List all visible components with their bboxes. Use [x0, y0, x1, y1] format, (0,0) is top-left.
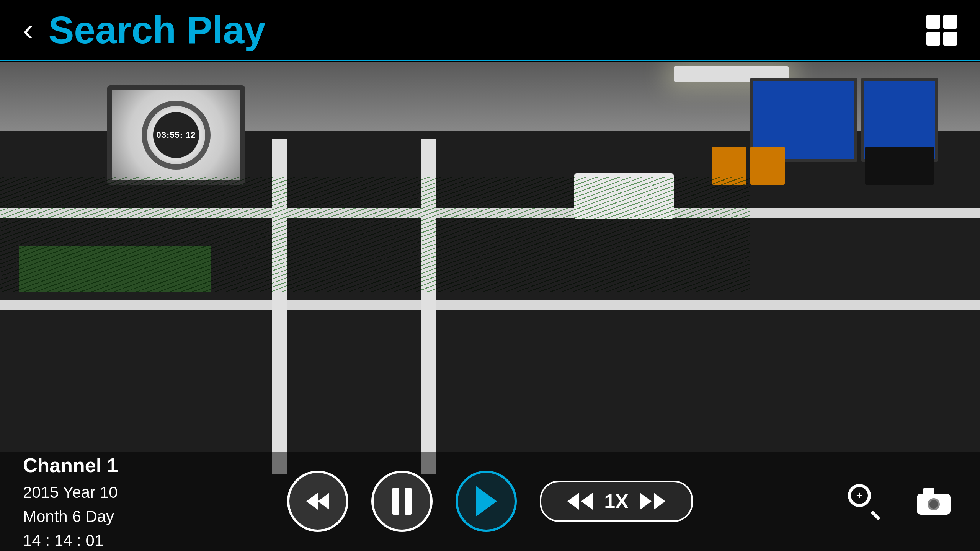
speed-control[interactable]: 1X [540, 481, 693, 522]
fast-rewind-icon [567, 493, 593, 510]
pause-button[interactable] [371, 471, 433, 532]
clock-circle: 03:55: 12 [142, 101, 211, 170]
pause-icon [392, 488, 412, 515]
speed-tri-3 [640, 493, 652, 510]
zoom-handle [871, 510, 880, 520]
channel-name: Channel 1 [23, 450, 145, 480]
speed-label: 1X [604, 490, 629, 513]
zoom-plus: + [856, 489, 862, 502]
rewind-tri-1 [306, 493, 318, 510]
clock-inner: 03:55: 12 [153, 112, 199, 158]
shelf-horizontal-2 [0, 300, 980, 310]
black-equipment [865, 147, 934, 185]
grid-cell-2 [943, 15, 957, 29]
clock-time: 03:55: 12 [156, 130, 196, 140]
pause-bar-1 [392, 488, 399, 515]
snapshot-button[interactable] [911, 478, 957, 524]
controls-center: 1X [145, 471, 835, 532]
play-button[interactable] [456, 471, 517, 532]
video-scene: 03:55: 12 Channel 1 [0, 62, 980, 551]
pause-bar-2 [405, 488, 412, 515]
camera-bump [923, 488, 934, 495]
channel-info: Channel 1 2015 Year 10 Month 6 Day 14 : … [23, 450, 145, 551]
zoom-lens: + [848, 484, 871, 507]
camera-icon [917, 488, 951, 515]
camera-lens [928, 498, 940, 510]
speed-tri-4 [654, 493, 665, 510]
fast-forward-icon [640, 493, 665, 510]
bottom-overlay: Channel 1 2015 Year 10 Month 6 Day 14 : … [0, 452, 980, 551]
speed-tri-2 [581, 493, 593, 510]
channel-month-day: Month 6 Day [23, 504, 145, 528]
page-title: Search Play [49, 8, 266, 52]
box-orange-2 [750, 147, 785, 185]
header: ‹ Search Play [0, 0, 980, 61]
zoom-icon: + [848, 484, 882, 518]
monitor-screen: 03:55: 12 [107, 85, 245, 185]
monitor-screen-inner: 03:55: 12 [112, 90, 240, 180]
grid-cell-1 [926, 15, 940, 29]
rewind-button[interactable] [287, 471, 348, 532]
grid-layout-icon[interactable] [926, 15, 957, 46]
grid-cell-4 [943, 32, 957, 46]
zoom-button[interactable]: + [842, 478, 888, 524]
header-left: ‹ Search Play [23, 8, 266, 52]
camera-body [917, 494, 951, 515]
rewind-tri-2 [318, 493, 329, 510]
video-area: 03:55: 12 Channel 1 [0, 62, 980, 551]
cables-area [0, 177, 750, 292]
monitor-container: 03:55: 12 [107, 85, 245, 185]
controls-right: + [835, 478, 957, 524]
speed-tri-1 [567, 493, 579, 510]
channel-year: 2015 Year 10 [23, 480, 145, 504]
play-icon [476, 486, 497, 517]
back-button[interactable]: ‹ [23, 15, 33, 46]
channel-time: 14 : 14 : 01 [23, 528, 145, 551]
grid-cell-3 [926, 32, 940, 46]
